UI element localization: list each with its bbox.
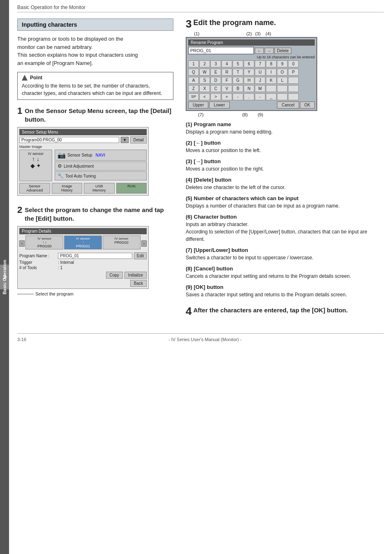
key-sp[interactable]: SP	[188, 93, 199, 100]
key-l[interactable]: L	[277, 77, 288, 84]
key-underscore[interactable]: _	[266, 93, 277, 100]
pd-prog-1[interactable]: IV sensor ↑ PR0G01	[64, 235, 102, 249]
rename-chars-info: Up to 16 characters can be entered	[188, 55, 315, 59]
pd-prog-0[interactable]: IV sensor ↑ ↓ PR0G00	[25, 235, 63, 249]
pd-init-btn[interactable]: Initialize	[125, 272, 147, 279]
key-grid-row2: Q W E R T Y U I O P	[188, 69, 315, 76]
key-lt[interactable]: <	[199, 93, 210, 100]
pd-back-btn[interactable]: Back	[130, 280, 147, 287]
key-a[interactable]: A	[188, 77, 199, 84]
callout-7: (7)	[198, 112, 203, 117]
key-i[interactable]: I	[266, 69, 277, 76]
intro-line-3: This section explains how to input chara…	[17, 51, 173, 59]
key-plus[interactable]: +	[221, 93, 232, 100]
page-header-title: Basic Operation for the Monitor	[17, 5, 85, 10]
pd-prog-2[interactable]: IV sensor PR0G02	[103, 235, 141, 249]
rename-right-btn[interactable]: →	[265, 48, 274, 54]
rename-field[interactable]: PROG_01	[188, 47, 254, 54]
key-k[interactable]: K	[266, 77, 277, 84]
key-e[interactable]: E	[210, 69, 221, 76]
key-o[interactable]: O	[277, 69, 288, 76]
desc-3-title: (3) [→] button	[186, 158, 384, 164]
rename-lower-btn[interactable]: Lower	[209, 102, 229, 108]
ssm-btn-usb[interactable]: USBMemory	[84, 183, 115, 194]
section-title-box: Inputting characters	[17, 18, 173, 31]
key-f[interactable]: F	[221, 77, 232, 84]
key-gt[interactable]: >	[210, 93, 221, 100]
key-n[interactable]: N	[244, 85, 254, 92]
desc-7-title: (7) [Upper/Lower] button	[186, 247, 384, 253]
key-q[interactable]: Q	[188, 69, 199, 76]
key-4[interactable]: 4	[221, 60, 232, 67]
ssm-btn-sensor-adv[interactable]: SensorAdvanced	[19, 183, 50, 194]
key-w[interactable]: W	[199, 69, 210, 76]
key-d[interactable]: D	[210, 77, 221, 84]
rename-cancel-btn[interactable]: Cancel	[277, 102, 299, 108]
key-h[interactable]: H	[244, 77, 254, 84]
step4-text: After the characters are entered, tap th…	[193, 307, 348, 314]
key-c[interactable]: C	[210, 85, 221, 92]
pd-prog-name-row: Program Name : PROG_01 Edit	[19, 252, 147, 259]
key-5[interactable]: 5	[233, 60, 243, 67]
key-x[interactable]: X	[199, 85, 210, 92]
rename-upper-btn[interactable]: Upper	[188, 102, 208, 108]
key-b[interactable]: B	[233, 85, 243, 92]
desc-1: (1) Program name Displays a program name…	[186, 121, 384, 136]
key-t[interactable]: T	[233, 69, 243, 76]
pd-programs: IV sensor ↑ ↓ PR0G00 IV sensor ↑ PR0G01 …	[25, 235, 140, 249]
main-content: Basic Operation for the Monitor Inputtin…	[9, 0, 392, 350]
ssm-btn-image-hist[interactable]: ImageHistory	[52, 183, 83, 194]
ssm-bottom-bar: SensorAdvanced ImageHistory USBMemory RU…	[19, 183, 147, 194]
page-header: Basic Operation for the Monitor	[17, 4, 384, 12]
section-intro: The programs or tools to be displayed on…	[17, 35, 173, 67]
iv-sensor-label: IV sensor	[21, 152, 50, 156]
ssm-detail-btn[interactable]: Detail	[130, 136, 147, 143]
key-u[interactable]: U	[255, 69, 265, 76]
key-j[interactable]: J	[255, 77, 265, 84]
rename-screen-wrapper: Rename Program PROG_01 ← → Delete Up to …	[186, 37, 384, 111]
key-m[interactable]: M	[255, 85, 265, 92]
sidebar: 3 Basic Operation	[0, 0, 9, 554]
key-hyphen[interactable]: -	[255, 93, 265, 100]
key-1[interactable]: 1	[188, 60, 199, 67]
pd-next-btn[interactable]: ›	[141, 240, 147, 247]
key-9[interactable]: 9	[277, 60, 288, 67]
pd-trigger-row: Trigger : Internal	[19, 260, 147, 265]
step3-text: Edit the program name.	[193, 18, 276, 27]
key-2[interactable]: 2	[199, 60, 210, 67]
pd-copy-btn[interactable]: Copy	[106, 272, 123, 279]
desc-2-title: (2) [←] button	[186, 140, 384, 146]
key-z[interactable]: Z	[188, 85, 199, 92]
rename-action-group: Cancel OK	[277, 102, 315, 108]
key-minus[interactable]: -	[233, 93, 243, 100]
key-g[interactable]: G	[233, 77, 243, 84]
rename-left-btn[interactable]: ←	[255, 48, 264, 54]
key-6[interactable]: 6	[244, 60, 254, 67]
key-8[interactable]: 8	[266, 60, 277, 67]
callout-9: (9)	[258, 112, 263, 117]
point-icon	[22, 75, 28, 81]
step3-block: 3 Edit the program name. (1) (2) (3) (4)…	[186, 18, 384, 318]
key-3[interactable]: 3	[210, 60, 221, 67]
limit-adj-label: Limit Adjustment	[64, 164, 94, 169]
key-s[interactable]: S	[199, 77, 210, 84]
key-r[interactable]: R	[221, 69, 232, 76]
ssm-btn-run[interactable]: RUN	[116, 183, 147, 194]
key-v[interactable]: V	[221, 85, 232, 92]
desc-8-title: (8) [Cancel] button	[186, 265, 384, 272]
key-y[interactable]: Y	[244, 69, 254, 76]
rename-ok-btn[interactable]: OK	[300, 102, 315, 108]
ssm-dropdown-btn[interactable]: ▼	[121, 137, 129, 143]
pd-prev-btn[interactable]: ‹	[19, 240, 25, 247]
pd-back-row: Back	[19, 280, 147, 287]
desc-5-text: Displays a number of characters that can…	[186, 202, 384, 210]
key-0[interactable]: 0	[288, 60, 299, 67]
key-7[interactable]: 7	[255, 60, 265, 67]
ssm-tool-auto: 🔧 Tool Auto Tuning	[55, 171, 147, 180]
key-grid-row5: SP < > + - . - _	[188, 93, 315, 100]
key-p[interactable]: P	[288, 69, 299, 76]
key-dot[interactable]: .	[244, 93, 254, 100]
pd-edit-btn[interactable]: Edit	[134, 252, 147, 259]
step1-text: On the Sensor Setup Menu screen, tap the…	[25, 107, 171, 123]
rename-delete-btn[interactable]: Delete	[274, 48, 291, 54]
